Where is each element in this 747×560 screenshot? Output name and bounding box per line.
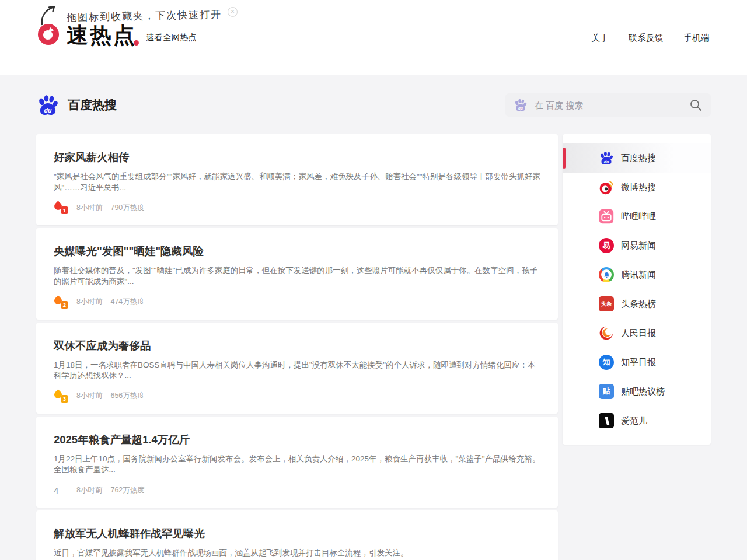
hot-item-title[interactable]: 好家风薪火相传: [54, 150, 540, 164]
hot-item-desc: 1月18日，一名求职者在BOSS直聘与中国人寿相关岗位人事沟通时，提出"没有双休…: [54, 360, 540, 382]
hot-item-desc: "家风是社会风气的重要组成部分""家风好，就能家道兴盛、和顺美满；家风差，难免殃…: [54, 172, 540, 193]
zhihu-daily-icon: 知: [599, 355, 614, 370]
weibo-icon: [599, 180, 614, 195]
logo[interactable]: 速热点 速看全网热点: [37, 23, 197, 46]
hot-item-time: 8小时前: [76, 203, 102, 213]
site-header: 拖图标到收藏夹，下次快速打开 ✕ 速热点 速看全网热点 关于 联系反馈 手机端: [0, 0, 747, 75]
tencent-news-icon: [599, 267, 614, 282]
hot-item-heat: 790万热度: [110, 203, 144, 213]
close-icon[interactable]: ✕: [228, 7, 238, 17]
rank-flame-badge: 2: [54, 296, 68, 308]
hot-item[interactable]: 双休不应成为奢侈品 1月18日，一名求职者在BOSS直聘与中国人寿相关岗位人事沟…: [36, 323, 558, 414]
hot-item-title[interactable]: 解放军无人机蜂群作战罕见曝光: [54, 526, 540, 541]
rank-number: 4: [54, 485, 68, 495]
hot-item-meta: 1 8小时前 790万热度: [54, 202, 540, 214]
sidebar-item-label: 微博热搜: [621, 182, 656, 193]
hot-item-meta: 3 8小时前 656万热度: [54, 390, 540, 402]
sidebar-item-label: 人民日报: [621, 328, 656, 339]
sidebar-item-weibo[interactable]: 微博热搜: [563, 173, 711, 202]
logo-text: 速热点: [67, 24, 137, 46]
search-input[interactable]: [533, 100, 689, 111]
section-header: du 百度热搜 du: [36, 92, 711, 118]
hot-item[interactable]: 解放军无人机蜂群作战罕见曝光 近日，官媒罕见披露我军无人机蜂群作战现场画面，涵盖…: [36, 510, 558, 560]
toutiao-icon: 头条: [599, 296, 614, 312]
rank-flame-badge: 1: [54, 202, 68, 214]
bilibili-icon: [599, 209, 614, 224]
platform-sidebar: du 百度热搜 微博热搜 哔哩哔哩 易 网易新闻 腾讯新闻 头条 头条热榜: [563, 134, 711, 444]
svg-text:du: du: [518, 106, 523, 110]
page-title: 百度热搜: [68, 97, 117, 113]
hot-item-meta: 4 8小时前 762万热度: [54, 484, 540, 496]
nav-contact[interactable]: 联系反馈: [629, 33, 664, 44]
search-icon[interactable]: [689, 98, 703, 112]
netease-news-icon: 易: [599, 238, 614, 253]
hot-item-title[interactable]: 央媒曝光"发图""晒娃"隐藏风险: [54, 244, 540, 258]
hot-item[interactable]: 央媒曝光"发图""晒娃"隐藏风险 随着社交媒体的普及，"发图""晒娃"已成为许多…: [36, 228, 558, 319]
sidebar-item-toutiao[interactable]: 头条 头条热榜: [563, 289, 711, 318]
hot-item-title[interactable]: 2025年粮食产量超1.4万亿斤: [54, 432, 540, 447]
hot-item-heat: 474万热度: [110, 297, 144, 307]
svg-text:du: du: [604, 160, 609, 164]
baidu-icon: du: [599, 150, 614, 166]
sidebar-item-label: 百度热搜: [621, 153, 656, 164]
sidebar-item-label: 头条热榜: [621, 299, 656, 310]
hot-item-meta: 2 8小时前 474万热度: [54, 296, 540, 308]
hot-item-desc: 随着社交媒体的普及，"发图""晒娃"已成为许多家庭的日常，但在按下发送键的那一刻…: [54, 265, 540, 287]
rank-flame-badge: 3: [54, 390, 68, 402]
hot-item-title[interactable]: 双休不应成为奢侈品: [54, 338, 540, 353]
sidebar-item-ifanr[interactable]: 爱范儿: [563, 406, 711, 435]
hot-item-heat: 762万热度: [110, 485, 144, 495]
sidebar-item-zhihu[interactable]: 知 知乎日报: [563, 348, 711, 377]
hot-item-time: 8小时前: [76, 297, 102, 307]
hot-item[interactable]: 好家风薪火相传 "家风是社会风气的重要组成部分""家风好，就能家道兴盛、和顺美满…: [36, 134, 558, 225]
sidebar-item-label: 网易新闻: [621, 240, 656, 251]
hot-item-heat: 656万热度: [110, 391, 144, 401]
baidu-icon: du: [36, 93, 60, 117]
site-tagline: 速看全网热点: [146, 32, 197, 46]
sidebar-item-bili[interactable]: 哔哩哔哩: [563, 202, 711, 231]
sidebar-item-qq[interactable]: 腾讯新闻: [563, 260, 711, 289]
hot-item-desc: 近日，官媒罕见披露我军无人机蜂群作战现场画面，涵盖从起飞到发现并打击目标全流程，…: [54, 548, 540, 559]
hot-list: 好家风薪火相传 "家风是社会风气的重要组成部分""家风好，就能家道兴盛、和顺美满…: [36, 134, 558, 560]
sidebar-item-label: 腾讯新闻: [621, 270, 656, 281]
bookmark-hint: 拖图标到收藏夹，下次快速打开 ✕: [39, 4, 238, 26]
sidebar-item-tieba[interactable]: 贴 贴吧热议榜: [563, 377, 711, 406]
tieba-icon: 贴: [599, 384, 614, 399]
hot-item-time: 8小时前: [76, 391, 102, 401]
logo-dot: [134, 40, 139, 46]
logo-icon: [37, 23, 60, 46]
sidebar-item-label: 哔哩哔哩: [621, 211, 656, 222]
hot-item-desc: 1月22日上午10点，国务院新闻办公室举行新闻发布会。发布会上，相关负责人介绍，…: [54, 454, 540, 475]
baidu-icon: du: [514, 98, 528, 112]
nav-mobile[interactable]: 手机端: [683, 33, 710, 44]
sidebar-item-label: 爱范儿: [621, 415, 647, 426]
sidebar-item-baidu[interactable]: du 百度热搜: [563, 144, 711, 173]
hot-item[interactable]: 2025年粮食产量超1.4万亿斤 1月22日上午10点，国务院新闻办公室举行新闻…: [36, 416, 558, 508]
handdrawn-arrow-icon: [39, 5, 61, 26]
svg-text:du: du: [44, 107, 52, 114]
ifanr-icon: [599, 413, 614, 428]
hot-item-time: 8小时前: [76, 485, 102, 495]
search-bar[interactable]: du: [505, 93, 711, 117]
peoples-daily-icon: [599, 326, 614, 341]
sidebar-item-label: 贴吧热议榜: [621, 386, 665, 397]
main-area: du 百度热搜 du 好家风薪火相传 "家风是社会风气的重要组成部分""家风好，…: [0, 92, 747, 560]
top-nav: 关于 联系反馈 手机端: [591, 33, 710, 44]
nav-about[interactable]: 关于: [591, 33, 609, 44]
bookmark-hint-text: 拖图标到收藏夹，下次快速打开: [67, 2, 222, 24]
sidebar-item-label: 知乎日报: [621, 357, 656, 368]
sidebar-item-netease[interactable]: 易 网易新闻: [563, 231, 711, 260]
sidebar-item-rmrb[interactable]: 人民日报: [563, 318, 711, 348]
